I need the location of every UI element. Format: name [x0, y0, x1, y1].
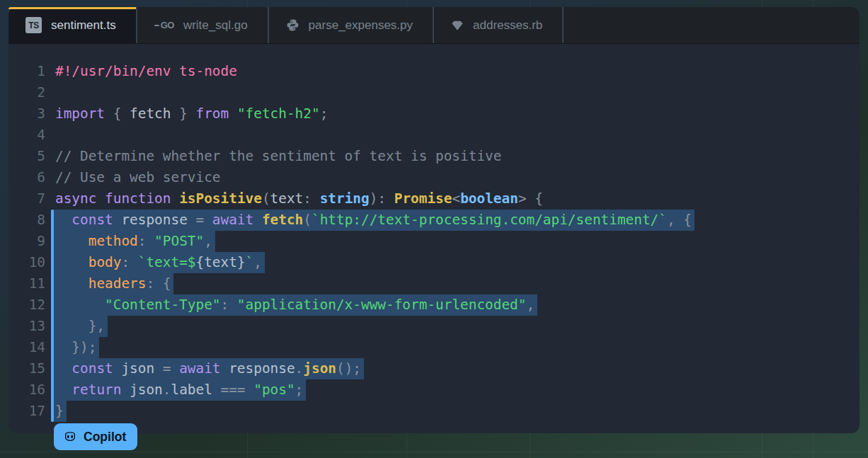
tab-label: parse_expenses.py [309, 18, 413, 33]
tab-sentiment-ts[interactable]: TSsentiment.ts [8, 7, 137, 43]
line-number: 9 [8, 231, 45, 252]
code-text: "Content-Type": "application/x-www-form-… [55, 294, 535, 316]
line-number: 10 [8, 252, 45, 273]
code-line-4[interactable]: 4 [8, 125, 860, 146]
line-number: 3 [8, 103, 45, 125]
code-line-13[interactable]: 13 }, [8, 316, 860, 337]
line-number: 5 [8, 146, 45, 167]
line-number: 6 [8, 167, 45, 188]
tab-parse-expenses-py[interactable]: parse_expenses.py [269, 7, 434, 43]
code-line-11[interactable]: 11 headers: { [8, 273, 860, 294]
tab-label: sentiment.ts [51, 18, 116, 33]
code-text: headers: { [55, 273, 171, 294]
code-line-8[interactable]: 8 const response = await fetch(`http://t… [8, 210, 860, 231]
copilot-label: Copilot [84, 430, 126, 445]
code-line-17[interactable]: 17} [8, 401, 860, 422]
code-editor[interactable]: 1#!/usr/bin/env ts-node23import { fetch … [8, 44, 860, 433]
line-number: 12 [8, 294, 45, 316]
line-number: 8 [8, 210, 45, 231]
tab-label: write_sql.go [183, 18, 248, 33]
python-icon [286, 18, 299, 32]
code-text: import { fetch } from "fetch-h2"; [55, 103, 328, 125]
code-text: const json = await response.json(); [55, 358, 361, 379]
code-line-10[interactable]: 10 body: `text=${text}`, [8, 252, 860, 273]
code-line-15[interactable]: 15 const json = await response.json(); [8, 358, 860, 379]
line-number: 11 [8, 273, 45, 294]
line-number: 1 [8, 61, 45, 82]
code-line-1[interactable]: 1#!/usr/bin/env ts-node [8, 61, 860, 82]
go-icon: GO [154, 20, 174, 30]
code-line-6[interactable]: 6// Use a web service [8, 167, 860, 188]
code-line-2[interactable]: 2 [8, 82, 860, 103]
copilot-cursor-label: Copilot [54, 423, 137, 450]
code-line-16[interactable]: 16 return json.label === "pos"; [8, 379, 860, 401]
code-line-5[interactable]: 5// Determine whether the sentiment of t… [8, 146, 860, 167]
code-text: async function isPositive(text: string):… [55, 188, 543, 210]
tab-label: addresses.rb [473, 18, 542, 33]
code-text: #!/usr/bin/env ts-node [55, 61, 237, 82]
selection-caret-bar [51, 210, 54, 422]
line-number: 7 [8, 188, 45, 210]
typescript-icon: TS [25, 17, 42, 33]
tab-bar: TSsentiment.tsGOwrite_sql.goparse_expens… [8, 7, 860, 44]
code-text: const response = await fetch(`http://tex… [55, 210, 692, 231]
code-line-9[interactable]: 9 method: "POST", [8, 231, 860, 252]
code-text: }); [55, 337, 96, 358]
editor-panel: TSsentiment.tsGOwrite_sql.goparse_expens… [8, 7, 860, 433]
line-number: 4 [8, 125, 45, 146]
tab-addresses-rb[interactable]: addresses.rb [434, 7, 564, 43]
code-line-12[interactable]: 12 "Content-Type": "application/x-www-fo… [8, 294, 860, 316]
code-line-3[interactable]: 3import { fetch } from "fetch-h2"; [8, 103, 860, 125]
code-text: // Determine whether the sentiment of te… [55, 146, 501, 167]
code-text: return json.label === "pos"; [55, 379, 303, 401]
line-number: 2 [8, 82, 45, 103]
code-text: // Use a web service [55, 167, 220, 188]
code-line-7[interactable]: 7async function isPositive(text: string)… [8, 188, 860, 210]
background-grid-line [0, 452, 868, 452]
code-line-14[interactable]: 14 }); [8, 337, 860, 358]
code-text: body: `text=${text}`, [55, 252, 262, 273]
code-text: method: "POST", [55, 231, 212, 252]
line-number: 13 [8, 316, 45, 337]
code-text: } [55, 401, 64, 422]
line-number: 15 [8, 358, 45, 379]
code-text: }, [55, 316, 105, 337]
line-number: 17 [8, 401, 45, 422]
line-number: 14 [8, 337, 45, 358]
tab-write-sql-go[interactable]: GOwrite_sql.go [137, 7, 269, 43]
copilot-icon [63, 430, 77, 444]
line-number: 16 [8, 379, 45, 401]
ruby-icon [451, 19, 464, 32]
